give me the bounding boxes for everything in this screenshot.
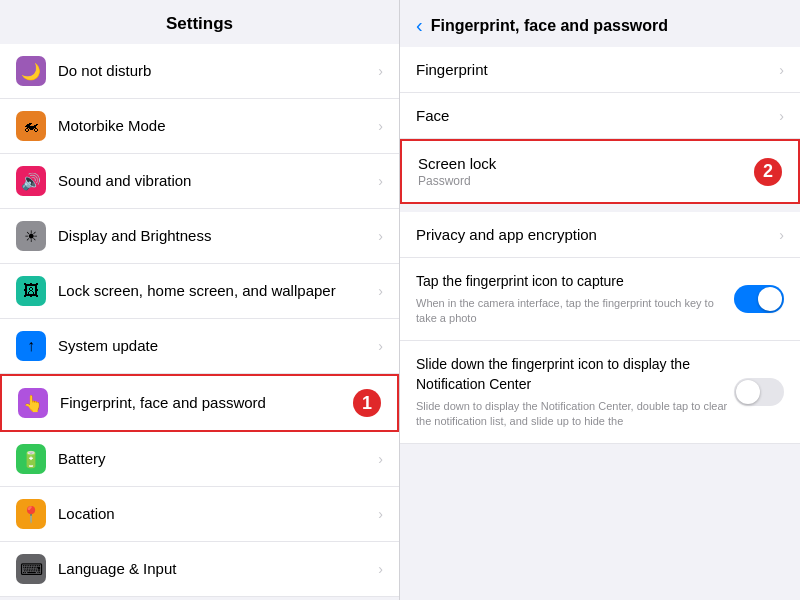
settings-panel: Settings 🌙Do not disturb›🏍Motorbike Mode… [0, 0, 400, 600]
settings-item-battery[interactable]: 🔋Battery› [0, 432, 399, 487]
fingerprint-label: Fingerprint [416, 61, 779, 78]
fingerprint-content: Fingerprint [416, 61, 779, 78]
tap-fingerprint-toggle-thumb [758, 287, 782, 311]
section-divider [400, 204, 800, 212]
language-icon: ⌨ [16, 554, 46, 584]
settings-item-language[interactable]: ⌨Language & Input› [0, 542, 399, 597]
chevron-icon: › [378, 228, 383, 244]
tap-fingerprint-desc: When in the camera interface, tap the fi… [416, 296, 734, 327]
settings-item-fingerprint[interactable]: 👆Fingerprint, face and password1 [0, 374, 399, 432]
settings-item-label-language: Language & Input [58, 559, 378, 579]
tap-fingerprint-content: Tap the fingerprint icon to captureWhen … [416, 272, 734, 326]
settings-item-motorbike[interactable]: 🏍Motorbike Mode› [0, 99, 399, 154]
settings-item-label-location: Location [58, 504, 378, 524]
chevron-icon: › [378, 338, 383, 354]
settings-item-label-display: Display and Brightness [58, 226, 378, 246]
settings-item-lockscreen[interactable]: 🖼Lock screen, home screen, and wallpaper… [0, 264, 399, 319]
system-update-icon: ↑ [16, 331, 46, 361]
settings-item-do-not-disturb[interactable]: 🌙Do not disturb› [0, 44, 399, 99]
right-title: Fingerprint, face and password [431, 17, 784, 35]
settings-item-label-motorbike: Motorbike Mode [58, 116, 378, 136]
right-item-tap-fingerprint[interactable]: Tap the fingerprint icon to captureWhen … [400, 258, 800, 341]
settings-item-location[interactable]: 📍Location› [0, 487, 399, 542]
screen-lock-label: Screen lock [418, 155, 746, 172]
settings-item-system-update[interactable]: ↑System update› [0, 319, 399, 374]
do-not-disturb-icon: 🌙 [16, 56, 46, 86]
fingerprint-panel: ‹ Fingerprint, face and password Fingerp… [400, 0, 800, 600]
right-item-screen-lock[interactable]: Screen lockPassword2 [400, 139, 800, 204]
settings-list: 🌙Do not disturb›🏍Motorbike Mode›🔊Sound a… [0, 44, 399, 597]
slide-fingerprint-toggle-thumb [736, 380, 760, 404]
settings-item-label-battery: Battery [58, 449, 378, 469]
settings-title: Settings [0, 0, 399, 44]
battery-icon: 🔋 [16, 444, 46, 474]
settings-item-label-system-update: System update [58, 336, 378, 356]
display-icon: ☀ [16, 221, 46, 251]
chevron-icon: › [378, 451, 383, 467]
face-label: Face [416, 107, 779, 124]
screen-lock-content: Screen lockPassword [418, 155, 746, 188]
motorbike-icon: 🏍 [16, 111, 46, 141]
face-content: Face [416, 107, 779, 124]
chevron-icon: › [378, 173, 383, 189]
chevron-icon: › [779, 108, 784, 124]
chevron-icon: › [378, 118, 383, 134]
chevron-icon: › [378, 506, 383, 522]
chevron-icon: › [378, 63, 383, 79]
settings-item-label-lockscreen: Lock screen, home screen, and wallpaper [58, 281, 378, 301]
settings-item-label-do-not-disturb: Do not disturb [58, 61, 378, 81]
right-header: ‹ Fingerprint, face and password [400, 0, 800, 47]
chevron-icon: › [779, 227, 784, 243]
settings-item-label-fingerprint: Fingerprint, face and password [60, 393, 345, 413]
right-item-face[interactable]: Face› [400, 93, 800, 139]
slide-fingerprint-toggle[interactable] [734, 378, 784, 406]
slide-fingerprint-content: Slide down the fingerprint icon to displ… [416, 355, 734, 429]
privacy-label: Privacy and app encryption [416, 226, 779, 243]
settings-item-sound[interactable]: 🔊Sound and vibration› [0, 154, 399, 209]
slide-fingerprint-desc: Slide down to display the Notification C… [416, 399, 734, 430]
location-icon: 📍 [16, 499, 46, 529]
fingerprint-icon: 👆 [18, 388, 48, 418]
chevron-icon: › [779, 62, 784, 78]
chevron-icon: › [378, 283, 383, 299]
step2-badge: 2 [754, 158, 782, 186]
lockscreen-icon: 🖼 [16, 276, 46, 306]
tap-fingerprint-toggle[interactable] [734, 285, 784, 313]
back-button[interactable]: ‹ [416, 14, 423, 37]
settings-item-display[interactable]: ☀Display and Brightness› [0, 209, 399, 264]
privacy-content: Privacy and app encryption [416, 226, 779, 243]
right-item-fingerprint[interactable]: Fingerprint› [400, 47, 800, 93]
sound-icon: 🔊 [16, 166, 46, 196]
settings-item-label-sound: Sound and vibration [58, 171, 378, 191]
step1-badge: 1 [353, 389, 381, 417]
right-item-privacy[interactable]: Privacy and app encryption› [400, 212, 800, 258]
right-item-slide-fingerprint[interactable]: Slide down the fingerprint icon to displ… [400, 341, 800, 444]
slide-fingerprint-label: Slide down the fingerprint icon to displ… [416, 355, 734, 394]
right-settings-list: Fingerprint›Face›Screen lockPassword2Pri… [400, 47, 800, 444]
tap-fingerprint-label: Tap the fingerprint icon to capture [416, 272, 734, 292]
chevron-icon: › [378, 561, 383, 577]
screen-lock-sublabel: Password [418, 174, 746, 188]
